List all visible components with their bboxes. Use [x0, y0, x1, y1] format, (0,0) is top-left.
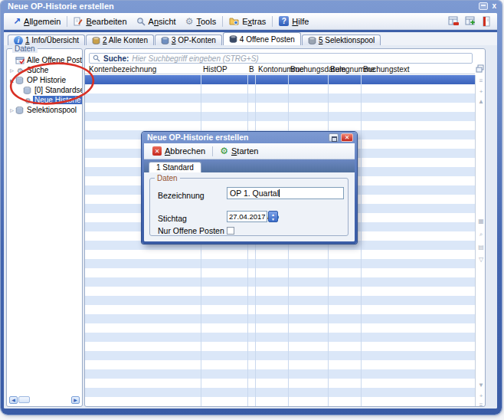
table-row[interactable] [85, 112, 475, 121]
table-row[interactable] [85, 250, 475, 259]
menu-bar: ↗AllgemeinBearbeitenAnsicht⚙ToolsExtras?… [4, 13, 497, 30]
table-row[interactable] [85, 277, 475, 287]
stack-icon [229, 35, 237, 43]
tab-label: 5 Selektionspool [319, 36, 375, 44]
table-row[interactable] [85, 351, 475, 360]
tab-label: 2 Alle Konten [103, 36, 148, 44]
dialog-titlebar: Neue OP-Historie erstellen ✕ [142, 132, 357, 143]
dialog-tab-standard[interactable]: 1 Standard [149, 162, 201, 172]
sidebar-item-0-standardselektion[interactable]: [0] Standardselektion [7, 85, 82, 95]
window-restore-button[interactable] [479, 2, 488, 10]
sidebar-item-suche[interactable]: ▷⚙Suche [7, 65, 82, 75]
scroll-top-icon[interactable]: ≡ [476, 77, 486, 85]
column-gridline [475, 75, 476, 406]
table-row[interactable] [85, 75, 475, 84]
grid-add-icon[interactable] [465, 16, 476, 27]
menu-item-ansicht[interactable]: Ansicht [132, 15, 181, 28]
dialog-close-button[interactable]: ✕ [341, 133, 353, 142]
scroll-right-button[interactable]: ▶ [71, 396, 80, 404]
table-row[interactable] [85, 333, 475, 342]
table-row[interactable] [85, 397, 475, 406]
table-row[interactable] [85, 360, 475, 369]
nur-offene-posten-label: Nur Offene Posten [158, 226, 224, 235]
menu-item-label: Ansicht [149, 17, 176, 26]
window-close-button[interactable]: x [492, 2, 496, 10]
abbrechen-button[interactable]: ✕Abbrechen [149, 146, 209, 156]
folder-icon [229, 17, 239, 25]
exit-document-icon[interactable] [482, 16, 491, 27]
tab-op-konten[interactable]: 3 OP-Konten [155, 34, 222, 45]
nur-offene-posten-checkbox[interactable] [227, 227, 234, 235]
info-icon: i [14, 36, 23, 45]
tab-info-uebersicht[interactable]: i1 Info/Übersicht [8, 34, 85, 45]
date-spinner-button[interactable]: ▲▼ [268, 211, 278, 222]
scroll-down-icon[interactable]: + [476, 392, 486, 400]
menu-item-allgemein[interactable]: ↗Allgemein [8, 15, 65, 28]
tree-expanded-arrow-icon[interactable]: ◣ [8, 77, 15, 83]
starten-button[interactable]: ⚙Starten [216, 145, 262, 157]
grid-remove-icon[interactable] [448, 16, 460, 27]
table-row[interactable] [85, 323, 475, 333]
table-row[interactable] [85, 103, 475, 112]
table-check-icon [15, 57, 25, 64]
tree-collapsed-arrow-icon[interactable]: ▷ [8, 107, 15, 113]
sidebar-item-neue-historie[interactable]: ⚙Neue Historie [7, 95, 82, 105]
table-row[interactable] [85, 84, 475, 94]
bezeichnung-label: Bezeichnung [158, 191, 205, 200]
menu-item-bearbeiten[interactable]: Bearbeiten [69, 15, 131, 28]
page-up-icon[interactable]: ▲ [476, 97, 486, 106]
search-panel-icon[interactable]: ⌕ [476, 230, 486, 238]
table-row[interactable] [85, 388, 475, 397]
window-title: Neue OP-Historie erstellen [8, 2, 114, 11]
table-row[interactable] [85, 268, 475, 277]
dialog-toolbar: ✕Abbrechen⚙Starten [144, 143, 355, 159]
bezeichnung-input[interactable]: OP 1. Quartal [227, 187, 344, 199]
sidebar-item-op-historie[interactable]: ◣OP Historie [7, 75, 82, 85]
calendar-panel-icon[interactable]: ▤ [476, 243, 486, 251]
tree-collapsed-arrow-icon[interactable]: ▷ [8, 67, 15, 73]
table-row[interactable] [85, 296, 475, 305]
scroll-left-button[interactable]: ◀ [9, 396, 18, 404]
table-row[interactable] [85, 369, 475, 379]
table-row[interactable] [85, 287, 475, 296]
menu-item-tools[interactable]: ⚙Tools [181, 15, 221, 28]
scrollbar-thumb[interactable] [18, 396, 30, 403]
table-row[interactable] [85, 94, 475, 103]
tab-selektionspool[interactable]: 5 Selektionspool [302, 34, 381, 45]
tab-offene-posten[interactable]: 4 Offene Posten [223, 32, 301, 45]
column-header-b[interactable]: B [249, 65, 254, 74]
column-header-histop[interactable]: HistOP [203, 65, 227, 74]
scroll-bottom-icon[interactable]: ≡ [476, 401, 486, 407]
table-row[interactable] [85, 342, 475, 351]
table-row[interactable] [85, 305, 475, 314]
dialog-content: Daten Bezeichnung OP 1. Quartal Stichtag… [144, 172, 355, 241]
column-header-kontenbezeichnung[interactable]: Kontenbezeichnung [89, 65, 156, 74]
column-gridline [361, 75, 362, 406]
tab-label: 1 Info/Übersicht [25, 36, 79, 44]
search-placeholder: Hier Suchbegriff eingeben (STRG+S) [132, 54, 258, 63]
dialog-restore-button[interactable] [329, 133, 339, 142]
search-icon [93, 54, 100, 62]
filter-panel-icon[interactable]: ▽ [476, 255, 486, 264]
page-down-icon[interactable]: ▼ [476, 381, 486, 389]
sidebar-item-alle-offene-posten[interactable]: Alle Offene Posten [7, 55, 82, 65]
sidebar-item-selektionspool[interactable]: ▷Selektionspool [7, 105, 82, 115]
edit-pen-icon [74, 17, 83, 26]
column-chooser-icon[interactable] [476, 64, 484, 73]
text-caret [279, 189, 280, 197]
table-row[interactable] [85, 379, 475, 388]
table-row[interactable] [85, 314, 475, 323]
search-input[interactable]: Suche: Hier Suchbegriff eingeben (STRG+S… [89, 53, 473, 64]
menu-items: ↗AllgemeinBearbeitenAnsicht⚙ToolsExtras?… [8, 15, 313, 28]
column-header-buchungstext[interactable]: Buchungstext [363, 65, 410, 74]
menu-item-extras[interactable]: Extras [224, 15, 270, 28]
tab-alle-konten[interactable]: 2 Alle Konten [86, 34, 154, 45]
table-row[interactable] [85, 121, 475, 130]
button-label: Starten [231, 146, 258, 156]
sidebar-horizontal-scrollbar[interactable]: ◀ ▶ [9, 395, 80, 404]
scroll-up-icon[interactable]: + [476, 87, 486, 96]
grid-panel-icon[interactable]: ▦ [476, 217, 486, 225]
table-row[interactable] [85, 259, 475, 268]
menu-item-hilfe[interactable]: ?Hilfe [274, 15, 313, 28]
stichtag-input[interactable]: 27.04.2017 /Do [227, 211, 267, 222]
